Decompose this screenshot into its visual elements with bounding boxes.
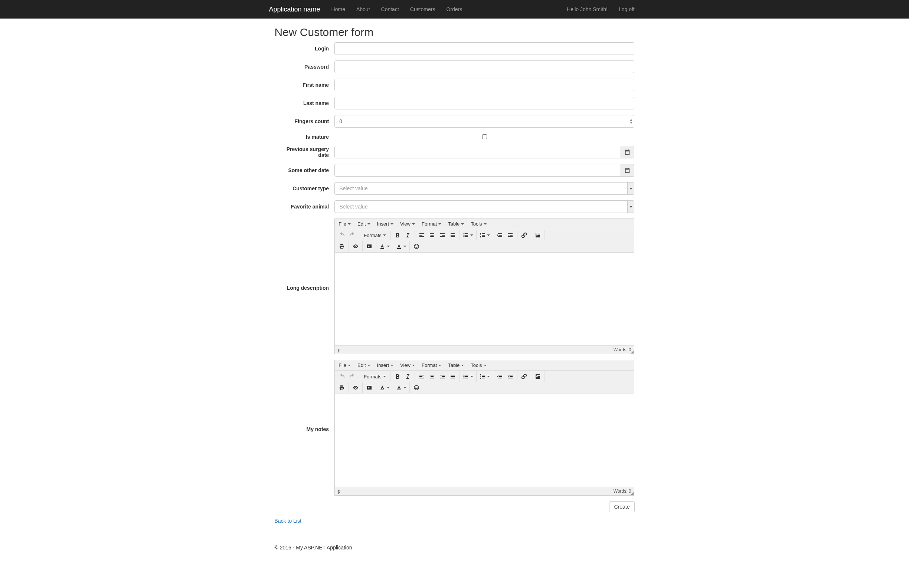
editor-menu-insert[interactable]: Insert <box>374 361 397 370</box>
editor-menu-table[interactable]: Table <box>445 361 467 370</box>
bold-button[interactable] <box>392 372 403 381</box>
caret-down-icon <box>367 365 370 366</box>
formats-button[interactable]: Formats <box>361 372 389 381</box>
customer-type-select[interactable]: Select value <box>335 182 634 195</box>
editor-menu-format[interactable]: Format <box>419 220 444 228</box>
outdent-button[interactable] <box>495 230 505 240</box>
editor-menu-view[interactable]: View <box>397 361 418 370</box>
emoticon-button[interactable] <box>411 383 422 393</box>
nav-logoff[interactable]: Log off <box>613 1 640 18</box>
formats-button[interactable]: Formats <box>361 231 389 240</box>
create-button[interactable]: Create <box>609 501 634 512</box>
print-button[interactable] <box>336 383 347 393</box>
align-right-button[interactable] <box>437 372 448 381</box>
emoticon-button[interactable] <box>411 242 422 251</box>
label-password: Password <box>275 64 335 70</box>
lastname-input[interactable] <box>335 97 634 110</box>
editor-menu-insert[interactable]: Insert <box>374 220 397 228</box>
backcolor-button[interactable] <box>395 242 408 251</box>
nav-greeting[interactable]: Hello John Smith! <box>561 1 613 18</box>
backcolor-button[interactable] <box>395 383 408 393</box>
align-left-button[interactable] <box>416 372 427 381</box>
number-spinner-icon[interactable]: ▲▼ <box>629 118 633 124</box>
caret-down-icon <box>403 387 406 388</box>
fingers-input[interactable] <box>335 115 634 128</box>
caret-down-icon <box>484 365 487 366</box>
align-right-button[interactable] <box>437 230 448 240</box>
long-desc-editor: FileEditInsertViewFormatTableToolsFormat… <box>335 218 634 354</box>
nav-customers[interactable]: Customers <box>404 1 441 18</box>
svg-point-6 <box>463 375 464 376</box>
back-to-list-link[interactable]: Back to List <box>275 518 301 524</box>
caret-down-icon <box>470 234 473 236</box>
other-date-calendar-button[interactable] <box>620 164 634 176</box>
footer-text: © 2016 - My ASP.NET Application <box>275 544 635 558</box>
bullet-list-button[interactable] <box>461 230 475 240</box>
prev-surgery-calendar-button[interactable] <box>620 146 634 158</box>
numbered-list-button[interactable] <box>478 230 492 240</box>
editor-menu-format[interactable]: Format <box>419 361 444 370</box>
forecolor-button[interactable] <box>378 383 391 393</box>
link-button[interactable] <box>519 372 529 381</box>
print-button[interactable] <box>336 242 347 251</box>
footer-divider <box>275 537 635 537</box>
editor-menu-edit[interactable]: Edit <box>354 361 373 370</box>
preview-button[interactable] <box>350 383 361 393</box>
editor-wordcount: Words: 0 <box>613 489 631 494</box>
password-input[interactable] <box>335 60 634 73</box>
bullet-list-button[interactable] <box>461 372 475 381</box>
nav-orders[interactable]: Orders <box>441 1 467 18</box>
forecolor-button[interactable] <box>378 242 391 251</box>
editor-menu-file[interactable]: File <box>336 220 354 228</box>
prev-surgery-input[interactable] <box>335 146 620 158</box>
svg-point-7 <box>463 376 464 377</box>
align-center-button[interactable] <box>427 230 437 240</box>
nav-contact[interactable]: Contact <box>375 1 404 18</box>
caret-down-icon <box>461 223 464 225</box>
caret-down-icon <box>484 223 487 225</box>
editor-menu-table[interactable]: Table <box>445 220 467 228</box>
outdent-button[interactable] <box>495 372 505 381</box>
align-justify-button[interactable] <box>448 372 458 381</box>
editor-menu-edit[interactable]: Edit <box>354 220 373 228</box>
firstname-input[interactable] <box>335 79 634 91</box>
editor-menu-view[interactable]: View <box>397 220 418 228</box>
login-input[interactable] <box>335 42 634 55</box>
media-button[interactable] <box>364 383 375 393</box>
media-button[interactable] <box>364 242 375 251</box>
preview-button[interactable] <box>350 242 361 251</box>
caret-down-icon <box>412 365 415 366</box>
indent-button[interactable] <box>505 372 516 381</box>
favorite-animal-select[interactable]: Select value <box>335 200 634 213</box>
italic-button[interactable] <box>403 372 413 381</box>
caret-down-icon <box>348 223 351 225</box>
mature-checkbox[interactable] <box>482 134 487 139</box>
editor-menu-tools[interactable]: Tools <box>467 220 489 228</box>
editor-menu-tools[interactable]: Tools <box>467 361 489 370</box>
svg-point-4 <box>415 246 416 246</box>
align-justify-button[interactable] <box>448 230 458 240</box>
resize-handle-icon[interactable] <box>631 492 634 495</box>
bold-button[interactable] <box>392 230 403 240</box>
editor-wordcount: Words: 0 <box>613 347 631 352</box>
navbar-brand[interactable]: Application name <box>264 0 326 19</box>
caret-down-icon <box>461 365 464 366</box>
editor-content[interactable] <box>335 253 634 346</box>
label-prev-surgery: Previous surgery date <box>275 146 335 158</box>
italic-button[interactable] <box>403 230 413 240</box>
undo-button <box>336 372 347 381</box>
nav-home[interactable]: Home <box>326 1 351 18</box>
editor-content[interactable] <box>335 394 634 487</box>
nav-about[interactable]: About <box>351 1 375 18</box>
align-left-button[interactable] <box>416 230 427 240</box>
image-button[interactable] <box>533 372 543 381</box>
resize-handle-icon[interactable] <box>631 351 634 354</box>
editor-menu-file[interactable]: File <box>336 361 354 370</box>
indent-button[interactable] <box>505 230 516 240</box>
caret-down-icon <box>390 365 393 366</box>
image-button[interactable] <box>533 230 543 240</box>
numbered-list-button[interactable] <box>478 372 492 381</box>
align-center-button[interactable] <box>427 372 437 381</box>
other-date-input[interactable] <box>335 164 620 176</box>
link-button[interactable] <box>519 230 529 240</box>
